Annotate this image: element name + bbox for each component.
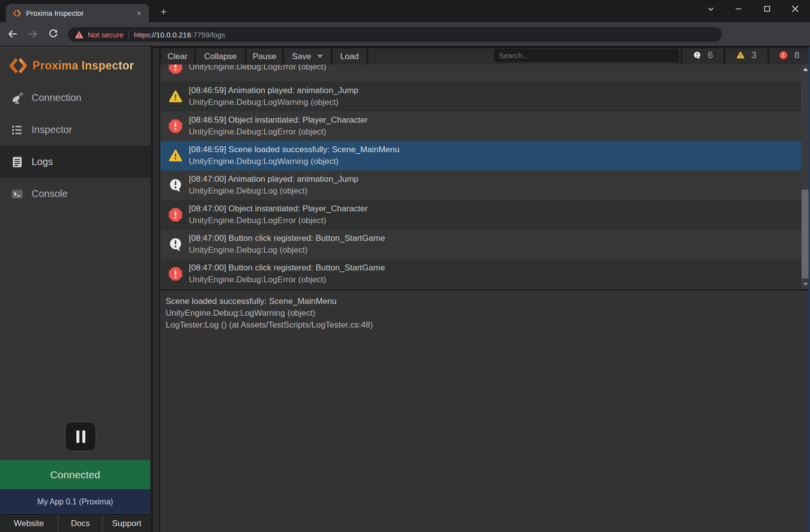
toolbar-divider: [367, 48, 368, 65]
sidebar-footer: Website Docs Support: [0, 514, 150, 532]
warning-triangle-icon: [737, 51, 744, 59]
log-row[interactable]: [08:47:00] Button click registered: Butt…: [160, 259, 810, 289]
log-stacktrace: UnityEngine.Debug:LogError (object): [189, 65, 326, 73]
info-bubble-icon: [169, 178, 182, 192]
error-octagon-icon: [169, 65, 182, 74]
info-count-filter[interactable]: 6: [682, 47, 724, 63]
pause-icon: [76, 431, 79, 443]
sidebar-item-inspector[interactable]: Inspector: [0, 114, 150, 146]
sidebar-item-connection[interactable]: Connection: [0, 82, 150, 114]
log-stacktrace: UnityEngine.Debug:LogError (object): [189, 274, 385, 286]
save-button[interactable]: Save: [284, 48, 331, 65]
log-message: [08:47:00] Button click registered: Butt…: [189, 262, 385, 274]
save-dropdown-caret-icon[interactable]: [317, 55, 323, 58]
address-divider: [129, 31, 129, 38]
warning-triangle-icon: [169, 90, 182, 103]
url-separator: ://: [150, 31, 156, 39]
detail-message: Scene loaded successfully: Scene_MainMen…: [166, 296, 810, 307]
error-octagon-icon: [169, 119, 182, 133]
search-input[interactable]: [494, 49, 679, 62]
proxima-logo-icon: [9, 58, 28, 74]
log-row[interactable]: [08:46:59] Animation played: animation_J…: [160, 82, 810, 111]
log-gutter: [153, 65, 159, 532]
reload-button[interactable]: [47, 28, 59, 40]
security-label[interactable]: Not secure: [88, 31, 124, 39]
url-path: :7759/logs: [191, 31, 225, 39]
warning-count-filter[interactable]: 3: [725, 47, 768, 63]
app-title: Proxima Inspector: [33, 59, 134, 72]
error-count-filter[interactable]: 8: [769, 47, 810, 63]
maximize-icon: [762, 3, 773, 14]
sidebar-item-console[interactable]: Console: [0, 178, 150, 210]
detail-stacktrace-line: UnityEngine.Debug:LogWarning (object): [166, 307, 810, 319]
new-tab-button[interactable]: [157, 5, 171, 19]
plus-icon: [159, 7, 168, 16]
log-row[interactable]: UnityEngine.Debug:LogError (object): [160, 65, 810, 82]
sidebar-item-label: Logs: [32, 156, 53, 167]
sidebar-item-logs[interactable]: Logs: [0, 146, 150, 178]
toolbar-spacer: [153, 48, 159, 65]
log-row[interactable]: [08:47:00] Object instantiated: Player_C…: [160, 200, 810, 230]
sidebar-item-label: Connection: [32, 92, 81, 103]
url-host: 10.0.0.216: [156, 31, 191, 39]
tab-close-button[interactable]: [134, 8, 144, 18]
log-row[interactable]: [08:46:59] Object instantiated: Player_C…: [160, 111, 810, 141]
log-message: [08:47:00] Animation played: animation_J…: [189, 173, 358, 185]
satellite-dish-icon: [11, 92, 24, 104]
log-stacktrace: UnityEngine.Debug:Log (object): [189, 185, 358, 197]
sidebar: Proxima Inspector Connection Inspector L…: [0, 47, 150, 532]
terminal-icon: [11, 188, 24, 200]
log-stacktrace: UnityEngine.Debug:Log (object): [189, 244, 385, 256]
log-row[interactable]: [08:47:00] Button click registered: Butt…: [160, 230, 810, 259]
arrow-down-icon: [803, 283, 808, 286]
error-count: 8: [794, 50, 800, 61]
tab-title: Proxima Inspector: [26, 9, 134, 17]
pause-logs-button[interactable]: Pause: [247, 48, 282, 65]
connection-pause-button[interactable]: [65, 422, 96, 451]
info-bubble-icon: [169, 237, 182, 251]
app-info-banner: My App 0.1 (Proxima): [0, 489, 150, 514]
save-label: Save: [292, 52, 311, 62]
detail-stacktrace-line: LogTester:Log () (at Assets/TestScripts/…: [166, 319, 810, 331]
forward-button[interactable]: [27, 28, 38, 40]
proxima-favicon-icon: [13, 9, 21, 17]
footer-link-website[interactable]: Website: [0, 515, 58, 532]
footer-link-support[interactable]: Support: [103, 515, 150, 532]
load-button[interactable]: Load: [332, 48, 367, 65]
sidebar-item-label: Inspector: [32, 124, 72, 135]
warning-triangle-icon: [169, 149, 182, 163]
list-icon: [11, 124, 24, 136]
collapse-button[interactable]: Collapse: [196, 48, 245, 65]
address-bar[interactable]: Not secure https://10.0.0.216:7759/logs: [68, 27, 722, 42]
log-message: [08:47:00] Object instantiated: Player_C…: [189, 203, 368, 215]
error-octagon-icon: [779, 51, 787, 59]
connection-status-banner: Connected: [0, 460, 150, 489]
window-close-button[interactable]: [788, 2, 803, 16]
log-row-selected[interactable]: [08:46:59] Scene loaded successfully: Sc…: [160, 141, 810, 170]
pause-icon: [82, 431, 85, 443]
log-message: [08:46:59] Scene loaded successfully: Sc…: [189, 144, 399, 156]
minimize-button[interactable]: [731, 2, 746, 16]
logs-panel: Clear Collapse Pause Save Load 6: [153, 47, 810, 532]
back-button[interactable]: [7, 28, 19, 40]
info-bubble-icon: [693, 51, 701, 59]
log-stacktrace: UnityEngine.Debug:LogError (object): [189, 126, 368, 138]
log-message: [08:47:00] Button click registered: Butt…: [189, 233, 385, 244]
tab-search-button[interactable]: [704, 2, 718, 16]
document-icon: [11, 156, 24, 168]
log-message: [08:46:59] Object instantiated: Player_C…: [189, 114, 368, 126]
clear-button[interactable]: Clear: [161, 48, 194, 65]
footer-link-docs[interactable]: Docs: [59, 515, 102, 532]
log-row[interactable]: [08:47:00] Animation played: animation_J…: [160, 170, 810, 200]
error-octagon-icon: [169, 267, 182, 281]
log-stacktrace: UnityEngine.Debug:LogWarning (object): [189, 97, 358, 108]
browser-tab[interactable]: Proxima Inspector: [6, 4, 149, 22]
error-octagon-icon: [169, 208, 182, 222]
browser-window: Proxima Inspector Not secure ht: [0, 0, 810, 532]
log-stacktrace: UnityEngine.Debug:LogError (object): [189, 215, 368, 227]
sidebar-item-label: Console: [32, 188, 68, 200]
log-message: [08:46:59] Animation played: animation_J…: [189, 85, 358, 97]
log-counters: 6 3 8: [681, 47, 810, 63]
maximize-button[interactable]: [760, 2, 775, 16]
url-scheme: https: [134, 31, 150, 39]
